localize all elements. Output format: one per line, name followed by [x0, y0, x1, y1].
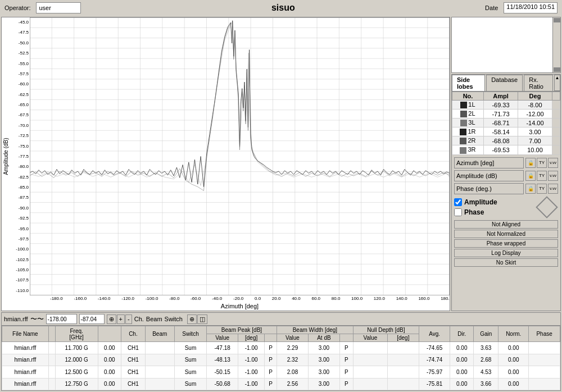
th-empty — [98, 326, 121, 342]
td-nd-val — [353, 378, 387, 390]
main-container: Operator: sisuo Date 11/18/2010 10:51 Am… — [0, 0, 562, 392]
amplitude-val-btn[interactable]: v.vv — [548, 171, 558, 181]
y-axis-ticks: -45.0 -47.5 -50.0 -52.5 -55.0 -57.5 -60.… — [10, 17, 30, 295]
tab-side-lobes[interactable]: Side lobes — [452, 75, 485, 91]
td-bp-p: P — [265, 354, 277, 366]
zoom-in-btn[interactable]: + — [117, 314, 125, 324]
td-bw-p: P — [339, 354, 353, 366]
th-switch: Switch — [174, 326, 206, 342]
sidelobe-ampl: -68.71 — [483, 118, 518, 127]
azimuth-lock-btn[interactable]: 🔒 — [525, 158, 536, 168]
td-phase — [529, 366, 560, 379]
extra-btns: ⊕ ◫ — [187, 314, 207, 324]
col-deg: Deg — [518, 92, 552, 101]
sidelobe-no: 1R — [452, 127, 484, 136]
azimuth-edit-btn[interactable]: TY — [537, 158, 547, 168]
td-avg: -75.97 — [419, 366, 450, 379]
log-display-btn[interactable]: Log Display — [454, 249, 558, 257]
table-row: hmian.rff 12.000 G 0.00 CH1 Sum -48.13 -… — [2, 354, 560, 366]
freq-input[interactable] — [46, 314, 77, 324]
azimuth-label: Azimuth [deg] — [454, 157, 524, 168]
col-no: No. — [452, 92, 484, 101]
tab-rx-ratio[interactable]: Rx. Ratio — [524, 75, 553, 91]
td-ch: CH1 — [121, 342, 146, 354]
tab-database[interactable]: Database — [486, 75, 523, 91]
table-row: hmian.rff 12.500 G 0.00 CH1 Sum -50.15 -… — [2, 366, 560, 379]
phase-checkbox[interactable] — [454, 208, 462, 216]
td-avg: -74.74 — [419, 354, 450, 366]
th-bw-db: At dB — [309, 334, 340, 342]
not-normalized-btn[interactable]: Not Normalized — [454, 230, 558, 238]
no-skirt-btn[interactable]: No Skirt — [454, 258, 558, 267]
amplitude-control: Amplitude (dB) 🔒 TY v.vv — [454, 170, 558, 181]
td-gain: 3.63 — [474, 342, 498, 354]
sidelobe-table: No. Ampl Deg 1L -69.33 -8.00 2L -71.73 -… — [452, 92, 560, 155]
th-bw-p — [339, 334, 353, 342]
td-switch: Sum — [174, 354, 206, 366]
phase-checkbox-label: Phase — [464, 208, 484, 216]
waveform-icon: 〜〜 — [30, 314, 44, 324]
th-small — [48, 326, 55, 342]
amplitude-lock-btn[interactable]: 🔒 — [525, 171, 536, 181]
td-bw-db: 3.00 — [309, 354, 340, 366]
amplitude-label: Amplitude (dB) — [454, 170, 524, 181]
sidelobe-deg: 3.00 — [518, 127, 552, 136]
th-bp-p — [265, 334, 277, 342]
table-scroll-up[interactable]: ▲ — [554, 75, 560, 91]
sidelobe-ampl: -58.14 — [483, 127, 518, 136]
phase-edit-btn[interactable]: TY — [537, 184, 547, 194]
zoom-out-btn[interactable]: - — [125, 314, 132, 324]
not-aligned-btn[interactable]: Not Aligned — [454, 220, 558, 229]
td-nd-deg — [387, 354, 419, 366]
th-bp-deg: [deg] — [238, 334, 265, 342]
x-axis-ticks: -180.0 -160.0 -140.0 -120.0 -100.0 -80.0… — [2, 295, 450, 302]
td-nd-val — [353, 342, 387, 354]
td-nd-val — [353, 354, 387, 366]
td-bw-db: 3.00 — [309, 342, 340, 354]
chart-area: Amplitude (dB) -45.0 -47.5 -50.0 -52.5 -… — [1, 17, 450, 311]
chart-svg — [30, 17, 450, 295]
phase-lock-btn[interactable]: 🔒 — [525, 184, 536, 194]
td-bw-p: P — [339, 378, 353, 390]
bottom-table-area: hmian.rff 〜〜 ⊕ + - Ch. Beam Switch ⊕ ◫ — [1, 312, 561, 391]
amplitude-checkbox-row: Amplitude — [454, 198, 533, 206]
td-bp-p: P — [265, 366, 277, 379]
sidelobe-no: 3L — [452, 118, 484, 127]
td-freq: 12.000 G — [55, 354, 98, 366]
amplitude-edit-btn[interactable]: TY — [537, 171, 547, 181]
td-bp-val: -50.15 — [207, 366, 238, 379]
th-bp-value: Value — [207, 334, 238, 342]
scrollbar-v[interactable] — [552, 17, 560, 72]
operator-input[interactable] — [36, 2, 81, 13]
phase-val-btn[interactable]: v.vv — [548, 184, 558, 194]
sidelobe-row: 1L -69.33 -8.00 — [452, 101, 560, 110]
freq-val2-input[interactable] — [79, 314, 105, 324]
phase-wrapped-btn[interactable]: Phase wrapped — [454, 239, 558, 248]
extra-btn1[interactable]: ⊕ — [187, 314, 197, 324]
sidelobe-scroll — [552, 110, 560, 118]
switch-label: Switch — [165, 316, 183, 322]
diamond-btn[interactable] — [536, 196, 558, 218]
td-freq: 12.500 G — [55, 366, 98, 379]
td-freq: 12.750 G — [55, 378, 98, 390]
th-beam-width: Beam Width [deg] — [277, 326, 353, 334]
td-file: hmian.rff — [2, 378, 49, 390]
sidelobe-row: 2L -71.73 -12.00 — [452, 110, 560, 118]
td-beam — [145, 378, 174, 390]
amplitude-checkbox[interactable] — [454, 198, 462, 206]
phase-checkbox-row: Phase — [454, 208, 533, 216]
td-nd-deg — [387, 342, 419, 354]
td-empty: 0.00 — [98, 366, 121, 379]
bottom-toolbar: hmian.rff 〜〜 ⊕ + - Ch. Beam Switch ⊕ ◫ — [2, 313, 560, 326]
td-avg: -75.81 — [419, 378, 450, 390]
td-nd-deg — [387, 366, 419, 379]
td-norm: 0.00 — [498, 366, 529, 379]
th-nd-deg: [deg] — [387, 334, 419, 342]
td-bw-val: 2.56 — [277, 378, 308, 390]
extra-btn2[interactable]: ◫ — [197, 314, 207, 324]
preview-box — [451, 17, 561, 73]
move-btn[interactable]: ⊕ — [107, 314, 116, 324]
bottom-data-table-container: File Name Freq.[GHz] Ch. Beam Switch Bea… — [2, 326, 560, 390]
azimuth-val-btn[interactable]: v.vv — [548, 158, 558, 168]
col-ampl: Ampl — [483, 92, 518, 101]
